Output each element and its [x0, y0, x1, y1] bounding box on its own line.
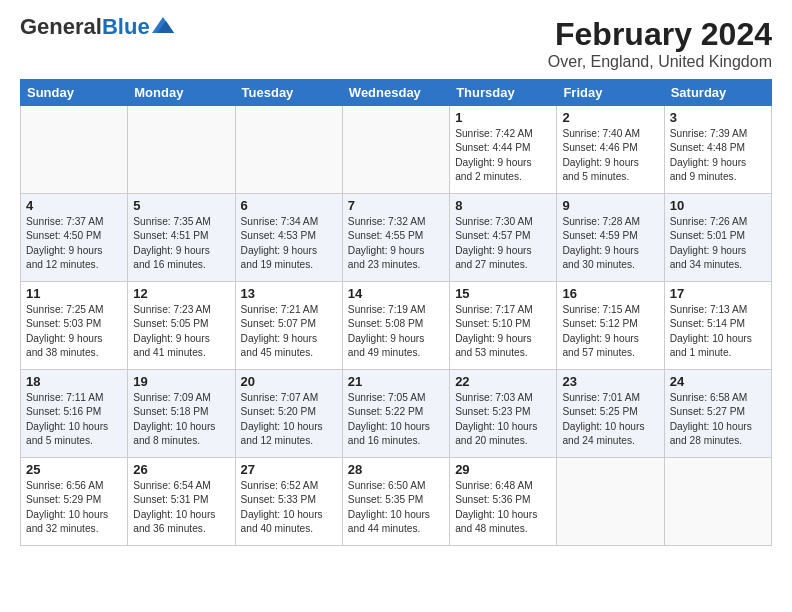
day-info: Sunrise: 7:03 AMSunset: 5:23 PMDaylight:…	[455, 391, 551, 448]
day-info: Sunrise: 7:09 AMSunset: 5:18 PMDaylight:…	[133, 391, 229, 448]
day-cell	[664, 458, 771, 546]
day-number: 7	[348, 198, 444, 213]
day-cell: 7Sunrise: 7:32 AMSunset: 4:55 PMDaylight…	[342, 194, 449, 282]
day-cell: 10Sunrise: 7:26 AMSunset: 5:01 PMDayligh…	[664, 194, 771, 282]
day-number: 21	[348, 374, 444, 389]
day-cell: 2Sunrise: 7:40 AMSunset: 4:46 PMDaylight…	[557, 106, 664, 194]
day-number: 10	[670, 198, 766, 213]
day-info: Sunrise: 7:11 AMSunset: 5:16 PMDaylight:…	[26, 391, 122, 448]
day-number: 23	[562, 374, 658, 389]
day-cell: 8Sunrise: 7:30 AMSunset: 4:57 PMDaylight…	[450, 194, 557, 282]
day-number: 11	[26, 286, 122, 301]
day-info: Sunrise: 7:21 AMSunset: 5:07 PMDaylight:…	[241, 303, 337, 360]
day-info: Sunrise: 6:50 AMSunset: 5:35 PMDaylight:…	[348, 479, 444, 536]
day-cell	[342, 106, 449, 194]
day-number: 28	[348, 462, 444, 477]
day-number: 13	[241, 286, 337, 301]
title-block: February 2024 Over, England, United King…	[548, 16, 772, 71]
day-cell: 25Sunrise: 6:56 AMSunset: 5:29 PMDayligh…	[21, 458, 128, 546]
day-info: Sunrise: 6:58 AMSunset: 5:27 PMDaylight:…	[670, 391, 766, 448]
day-cell: 27Sunrise: 6:52 AMSunset: 5:33 PMDayligh…	[235, 458, 342, 546]
day-cell	[21, 106, 128, 194]
day-cell: 3Sunrise: 7:39 AMSunset: 4:48 PMDaylight…	[664, 106, 771, 194]
day-cell: 16Sunrise: 7:15 AMSunset: 5:12 PMDayligh…	[557, 282, 664, 370]
day-info: Sunrise: 6:48 AMSunset: 5:36 PMDaylight:…	[455, 479, 551, 536]
day-number: 20	[241, 374, 337, 389]
header-day-tuesday: Tuesday	[235, 80, 342, 106]
day-number: 14	[348, 286, 444, 301]
day-cell: 26Sunrise: 6:54 AMSunset: 5:31 PMDayligh…	[128, 458, 235, 546]
day-number: 24	[670, 374, 766, 389]
day-info: Sunrise: 7:25 AMSunset: 5:03 PMDaylight:…	[26, 303, 122, 360]
day-info: Sunrise: 7:28 AMSunset: 4:59 PMDaylight:…	[562, 215, 658, 272]
day-info: Sunrise: 7:32 AMSunset: 4:55 PMDaylight:…	[348, 215, 444, 272]
week-row-2: 4Sunrise: 7:37 AMSunset: 4:50 PMDaylight…	[21, 194, 772, 282]
day-cell: 24Sunrise: 6:58 AMSunset: 5:27 PMDayligh…	[664, 370, 771, 458]
day-info: Sunrise: 7:37 AMSunset: 4:50 PMDaylight:…	[26, 215, 122, 272]
day-number: 27	[241, 462, 337, 477]
day-info: Sunrise: 7:35 AMSunset: 4:51 PMDaylight:…	[133, 215, 229, 272]
day-number: 5	[133, 198, 229, 213]
header-day-thursday: Thursday	[450, 80, 557, 106]
day-info: Sunrise: 7:39 AMSunset: 4:48 PMDaylight:…	[670, 127, 766, 184]
day-cell	[235, 106, 342, 194]
day-number: 17	[670, 286, 766, 301]
day-info: Sunrise: 7:01 AMSunset: 5:25 PMDaylight:…	[562, 391, 658, 448]
day-info: Sunrise: 7:19 AMSunset: 5:08 PMDaylight:…	[348, 303, 444, 360]
day-cell: 21Sunrise: 7:05 AMSunset: 5:22 PMDayligh…	[342, 370, 449, 458]
day-info: Sunrise: 7:42 AMSunset: 4:44 PMDaylight:…	[455, 127, 551, 184]
calendar-subtitle: Over, England, United Kingdom	[548, 53, 772, 71]
day-number: 12	[133, 286, 229, 301]
day-cell: 23Sunrise: 7:01 AMSunset: 5:25 PMDayligh…	[557, 370, 664, 458]
day-number: 15	[455, 286, 551, 301]
logo-general: General	[20, 14, 102, 39]
logo: GeneralBlue	[20, 16, 174, 38]
week-row-3: 11Sunrise: 7:25 AMSunset: 5:03 PMDayligh…	[21, 282, 772, 370]
day-info: Sunrise: 7:26 AMSunset: 5:01 PMDaylight:…	[670, 215, 766, 272]
header-day-friday: Friday	[557, 80, 664, 106]
header-day-saturday: Saturday	[664, 80, 771, 106]
header: GeneralBlue February 2024 Over, England,…	[20, 16, 772, 71]
day-cell: 29Sunrise: 6:48 AMSunset: 5:36 PMDayligh…	[450, 458, 557, 546]
day-number: 22	[455, 374, 551, 389]
day-cell: 12Sunrise: 7:23 AMSunset: 5:05 PMDayligh…	[128, 282, 235, 370]
day-number: 8	[455, 198, 551, 213]
day-cell: 5Sunrise: 7:35 AMSunset: 4:51 PMDaylight…	[128, 194, 235, 282]
day-number: 16	[562, 286, 658, 301]
header-row: SundayMondayTuesdayWednesdayThursdayFrid…	[21, 80, 772, 106]
day-number: 3	[670, 110, 766, 125]
day-number: 6	[241, 198, 337, 213]
day-info: Sunrise: 7:13 AMSunset: 5:14 PMDaylight:…	[670, 303, 766, 360]
day-cell	[128, 106, 235, 194]
week-row-4: 18Sunrise: 7:11 AMSunset: 5:16 PMDayligh…	[21, 370, 772, 458]
day-number: 19	[133, 374, 229, 389]
day-cell: 28Sunrise: 6:50 AMSunset: 5:35 PMDayligh…	[342, 458, 449, 546]
day-info: Sunrise: 6:52 AMSunset: 5:33 PMDaylight:…	[241, 479, 337, 536]
day-number: 4	[26, 198, 122, 213]
calendar-table: SundayMondayTuesdayWednesdayThursdayFrid…	[20, 79, 772, 546]
day-info: Sunrise: 6:54 AMSunset: 5:31 PMDaylight:…	[133, 479, 229, 536]
day-cell: 14Sunrise: 7:19 AMSunset: 5:08 PMDayligh…	[342, 282, 449, 370]
day-info: Sunrise: 7:15 AMSunset: 5:12 PMDaylight:…	[562, 303, 658, 360]
day-cell: 13Sunrise: 7:21 AMSunset: 5:07 PMDayligh…	[235, 282, 342, 370]
day-cell: 19Sunrise: 7:09 AMSunset: 5:18 PMDayligh…	[128, 370, 235, 458]
day-cell: 4Sunrise: 7:37 AMSunset: 4:50 PMDaylight…	[21, 194, 128, 282]
day-cell	[557, 458, 664, 546]
day-info: Sunrise: 6:56 AMSunset: 5:29 PMDaylight:…	[26, 479, 122, 536]
page: GeneralBlue February 2024 Over, England,…	[0, 0, 792, 556]
header-day-wednesday: Wednesday	[342, 80, 449, 106]
day-info: Sunrise: 7:30 AMSunset: 4:57 PMDaylight:…	[455, 215, 551, 272]
header-day-monday: Monday	[128, 80, 235, 106]
day-cell: 22Sunrise: 7:03 AMSunset: 5:23 PMDayligh…	[450, 370, 557, 458]
day-cell: 20Sunrise: 7:07 AMSunset: 5:20 PMDayligh…	[235, 370, 342, 458]
day-info: Sunrise: 7:07 AMSunset: 5:20 PMDaylight:…	[241, 391, 337, 448]
day-info: Sunrise: 7:05 AMSunset: 5:22 PMDaylight:…	[348, 391, 444, 448]
day-number: 9	[562, 198, 658, 213]
day-cell: 9Sunrise: 7:28 AMSunset: 4:59 PMDaylight…	[557, 194, 664, 282]
day-cell: 11Sunrise: 7:25 AMSunset: 5:03 PMDayligh…	[21, 282, 128, 370]
day-number: 18	[26, 374, 122, 389]
day-cell: 6Sunrise: 7:34 AMSunset: 4:53 PMDaylight…	[235, 194, 342, 282]
day-cell: 17Sunrise: 7:13 AMSunset: 5:14 PMDayligh…	[664, 282, 771, 370]
day-number: 29	[455, 462, 551, 477]
day-number: 25	[26, 462, 122, 477]
